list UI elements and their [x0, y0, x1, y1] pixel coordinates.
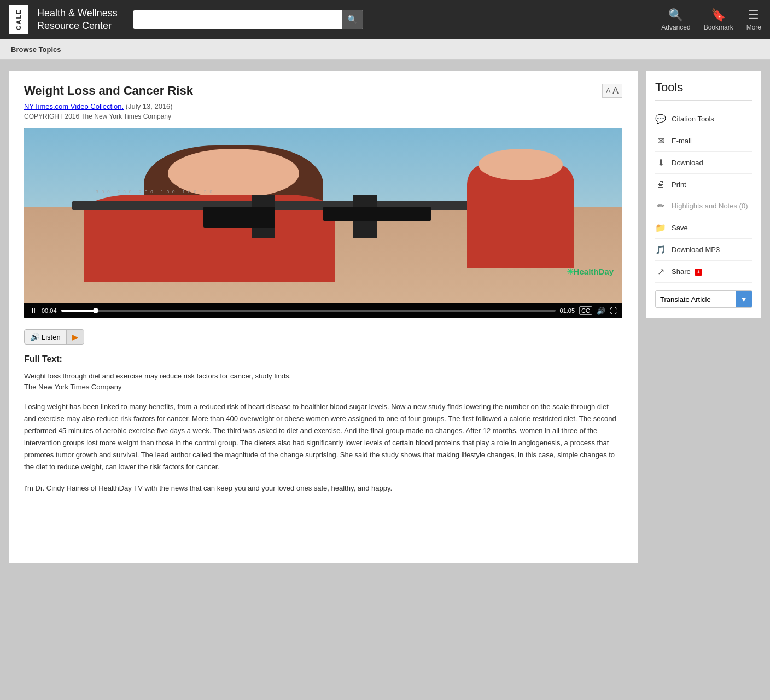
listen-speaker-icon: 🔊	[30, 332, 39, 341]
font-size-small-btn[interactable]: A	[606, 87, 610, 95]
tool-download-mp3[interactable]: 🎵 Download MP3	[655, 239, 752, 261]
video-cc-button[interactable]: CC	[579, 306, 592, 315]
gale-logo: GALE	[9, 5, 28, 34]
tool-download-mp3-label: Download MP3	[672, 246, 720, 254]
bookmark-nav-item[interactable]: 🔖 Bookmark	[704, 8, 733, 31]
tools-panel: Tools 💬 Citation Tools ✉ E-mail ⬇ Downlo…	[646, 71, 761, 318]
video-controls: ⏸ 00:04 01:05 CC 🔊 ⛶	[24, 303, 622, 318]
video-pause-button[interactable]: ⏸	[30, 306, 37, 315]
more-label: More	[746, 24, 761, 31]
translate-row: Translate Article ▼	[655, 290, 752, 308]
header: GALE Health & Wellness Resource Center 🔍…	[0, 0, 770, 39]
article-source: NYTimes.com Video Collection. (July 13, …	[24, 102, 622, 110]
listen-button[interactable]: 🔊 Listen ▶	[24, 329, 84, 345]
share-icon: ↗	[655, 266, 666, 277]
source-link[interactable]: NYTimes.com Video Collection.	[24, 102, 124, 110]
tool-print-label: Print	[672, 180, 686, 189]
tool-share-text: Share	[672, 267, 691, 276]
font-size-large-btn[interactable]: A	[612, 86, 619, 96]
advanced-label: Advanced	[661, 24, 690, 31]
share-plus-badge: +	[695, 269, 702, 276]
bookmark-label: Bookmark	[704, 24, 733, 31]
video-volume-button[interactable]: 🔊	[597, 307, 605, 315]
download-mp3-icon: 🎵	[655, 244, 666, 255]
healthday-watermark: ☀HealthDay	[567, 267, 614, 277]
listen-bar: 🔊 Listen ▶	[24, 329, 622, 345]
site-title-line1: Health & Wellness	[37, 8, 118, 19]
article-summary: Weight loss through diet and exercise ma…	[24, 371, 622, 392]
advanced-nav-item[interactable]: 🔍 Advanced	[661, 8, 690, 31]
tool-share-label: Share +	[672, 267, 702, 276]
download-icon: ⬇	[655, 158, 666, 168]
tool-download-label: Download	[672, 159, 703, 167]
listen-label: 🔊 Listen	[25, 330, 66, 344]
article-paragraph-1: Losing weight has been linked to many be…	[24, 401, 622, 474]
tool-highlights-label: Highlights and Notes (0)	[672, 202, 748, 210]
advanced-icon: 🔍	[661, 8, 690, 22]
tool-highlights[interactable]: ✏ Highlights and Notes (0)	[655, 195, 752, 217]
video-fullscreen-button[interactable]: ⛶	[610, 307, 617, 315]
bookmark-icon: 🔖	[704, 8, 733, 22]
video-container: 300 250 200 150 100 50 ☀HealthDay ⏸ 00:0…	[24, 128, 622, 318]
article-copyright: COPYRIGHT 2016 The New York Times Compan…	[24, 113, 622, 120]
video-total-time: 01:05	[560, 307, 575, 314]
healthday-h-icon: ☀	[567, 267, 574, 276]
tool-download[interactable]: ⬇ Download	[655, 152, 752, 174]
article-panel: Weight Loss and Cancer Risk A A NYTimes.…	[9, 71, 638, 563]
article-title: Weight Loss and Cancer Risk	[24, 84, 193, 98]
main-content: Weight Loss and Cancer Risk A A NYTimes.…	[0, 60, 770, 574]
tool-save[interactable]: 📁 Save	[655, 217, 752, 239]
video-scene: 300 250 200 150 100 50 ☀HealthDay	[24, 128, 622, 303]
full-text-label: Full Text:	[24, 354, 622, 364]
email-icon: ✉	[655, 136, 666, 146]
source-date: (July 13, 2016)	[124, 102, 173, 110]
site-title-line2: Resource Center	[37, 20, 112, 31]
video-progress-thumb	[93, 308, 98, 313]
tool-email-label: E-mail	[672, 137, 692, 145]
sub-header: Browse Topics	[0, 39, 770, 60]
font-size-controls: A A	[602, 84, 622, 98]
video-progress-fill	[61, 310, 96, 312]
article-summary-line2: The New York Times Company	[24, 383, 121, 391]
article-paragraph-2: I'm Dr. Cindy Haines of HealthDay TV wit…	[24, 482, 622, 494]
save-icon: 📁	[655, 223, 666, 233]
tool-share[interactable]: ↗ Share +	[655, 261, 752, 283]
listen-text: Listen	[42, 333, 61, 341]
translate-select[interactable]: Translate Article	[656, 291, 736, 307]
citation-icon: 💬	[655, 114, 666, 124]
video-placeholder: 300 250 200 150 100 50 ☀HealthDay	[24, 128, 622, 303]
more-icon: ☰	[746, 8, 761, 22]
tool-citation-label: Citation Tools	[672, 115, 714, 123]
article-summary-line1: Weight loss through diet and exercise ma…	[24, 372, 291, 380]
tool-email[interactable]: ✉ E-mail	[655, 130, 752, 152]
search-button[interactable]: 🔍	[342, 10, 363, 29]
video-current-time: 00:04	[42, 307, 57, 314]
search-input[interactable]	[133, 11, 342, 28]
article-title-row: Weight Loss and Cancer Risk A A	[24, 84, 622, 98]
highlights-icon: ✏	[655, 201, 666, 211]
print-icon: 🖨	[655, 179, 666, 189]
listen-play-button[interactable]: ▶	[66, 330, 84, 344]
tool-print[interactable]: 🖨 Print	[655, 174, 752, 195]
healthday-text: HealthDay	[574, 267, 614, 276]
video-progress-bar[interactable]	[61, 310, 556, 312]
tools-title: Tools	[655, 80, 752, 101]
browse-topics-link[interactable]: Browse Topics	[11, 45, 61, 54]
site-title: Health & Wellness Resource Center	[37, 7, 125, 33]
more-nav-item[interactable]: ☰ More	[746, 8, 761, 31]
article-body: Losing weight has been linked to many be…	[24, 401, 622, 494]
header-nav: 🔍 Advanced 🔖 Bookmark ☰ More	[661, 8, 761, 31]
tool-save-label: Save	[672, 224, 688, 232]
tool-citation[interactable]: 💬 Citation Tools	[655, 108, 752, 130]
search-bar: 🔍	[133, 10, 363, 29]
translate-arrow-button[interactable]: ▼	[736, 291, 752, 307]
